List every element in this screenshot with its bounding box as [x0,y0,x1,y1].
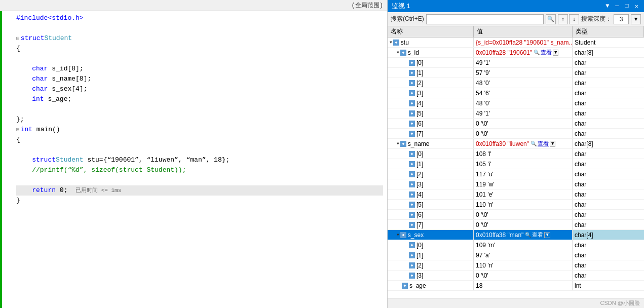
expand-triangle[interactable]: ▼ [397,50,399,55]
watch-val-text: 108 'l' [476,150,491,158]
watch-val-text: 48 '0' [476,100,490,107]
watch-tree-row[interactable]: ◆[7]0 '\0'char [388,129,644,139]
pin-icon[interactable]: ▼ [604,3,611,10]
watch-tree-row[interactable]: ◆[1]105 'i'char [388,159,644,169]
watch-val-cell: 0 '\0' [474,210,573,219]
watch-type-cell: char [573,58,644,67]
tree-node-icon: ◆ [409,161,415,167]
watch-val-text: 105 'i' [476,161,491,168]
watch-tree-row[interactable]: ◆[0]108 'l'char [388,149,644,159]
search-label: 搜索(Ctrl+E) [391,15,424,23]
watch-tree-row[interactable]: ◆[5]49 '1'char [388,108,644,119]
code-line: char s_id[8]; [16,64,383,74]
watch-val-cell: 0 '\0' [474,271,573,280]
watch-tree-row[interactable]: ◆[0]109 'm'char [388,240,644,250]
watch-tree-row[interactable]: ◆[6]0 '\0'char [388,210,644,220]
tree-node-name: [3] [416,272,423,279]
tree-node-icon: ◆ [409,273,415,279]
watch-tree-row[interactable]: ◆[2]110 'n'char [388,260,644,271]
watch-tree-row[interactable]: ◆[1]57 '9'char [388,68,644,78]
watch-val-cell: 110 'n' [474,200,573,209]
watch-tree-row[interactable]: ◆s_age18int [388,281,644,291]
watch-val-text: 0 '\0' [476,120,488,127]
watch-type-text: char [575,150,586,158]
depth-dropdown[interactable]: ▼ [631,14,641,24]
watch-tree-row[interactable]: ◆[5]110 'n'char [388,200,644,210]
magnify-icon: 🔍 [525,232,531,238]
tree-node-name: s_sex [408,232,424,239]
watch-val-text: 57 '9' [476,69,490,76]
watch-tree-row[interactable]: ◆[0]49 '1'char [388,58,644,68]
watch-type-cell: char [573,189,644,199]
watch-tree-row[interactable]: ◆[6]0 '\0'char [388,119,644,129]
tree-node-name: [2] [416,80,423,87]
view-dropdown-icon[interactable]: ▼ [553,50,558,56]
watch-tree-row[interactable]: ◆[2]48 '0'char [388,78,644,88]
magnify-icon: 🔍 [531,141,537,147]
expand-triangle[interactable]: ▼ [390,40,392,45]
tree-node-name: [6] [416,120,423,127]
search-input[interactable] [426,14,544,24]
watch-type-text: char [575,120,586,127]
search-down-button[interactable]: ↓ [569,14,579,24]
code-line: ⊟int main() [16,125,383,135]
code-line: return 0; 已用时间 <= 1ms [16,185,383,196]
watch-tree-row[interactable]: ◆[2]117 'u'char [388,169,644,179]
watch-tree-row[interactable]: ◆[3]0 '\0'char [388,271,644,281]
watch-type-cell: char [573,98,644,108]
search-up-button[interactable]: ↑ [558,14,568,24]
minimize-icon[interactable]: ─ [614,3,620,10]
watch-tree-row[interactable]: ▼◆stu{s_id=0x010ffa28 "190601" s_nam...S… [388,37,644,48]
watch-val-cell: 0 '\0' [474,129,573,138]
watch-val-text: 109 'm' [476,242,495,249]
restore-icon[interactable]: □ [624,3,630,10]
watch-val-cell: 54 '6' [474,88,573,98]
view-link[interactable]: 查看 [541,49,552,56]
watch-tree-row[interactable]: ◆[4]101 'e'char [388,189,644,200]
watch-tree-row[interactable]: ▼◆s_name0x010ffa30 "liuwen"🔍查看▼char[8] [388,139,644,149]
expand-triangle[interactable]: ▼ [397,233,399,237]
tree-node-name: [0] [416,59,423,66]
watch-name-cell: ▼◆s_sex [388,230,474,240]
watch-type-text: char [575,211,586,218]
watch-title-icons: ▼ ─ □ ✕ [604,3,640,10]
watch-type-text: char[8] [575,49,593,56]
view-link[interactable]: 查看 [538,140,549,147]
watch-name-cell: ◆[1] [388,159,474,169]
depth-input[interactable] [614,14,629,24]
watch-tree-row[interactable]: ▼◆s_sex0x010ffa38 "man"🔍查看▼char[4] [388,230,644,240]
watch-type-text: char [575,69,586,76]
code-editor: (全局范围) #include<stdio.h> ⊟struct Student… [0,0,388,308]
view-dropdown-icon[interactable]: ▼ [550,141,555,147]
watch-tree-row[interactable]: ◆[1]97 'a'char [388,250,644,260]
code-line: #include<stdio.h> [16,13,383,23]
search-button[interactable]: 🔍 [546,14,556,24]
watch-val-cell: 0x010ffa28 "190601"🔍查看▼ [474,48,573,57]
magnify-icon: 🔍 [534,50,540,56]
watch-tree-row[interactable]: ◆[3]54 '6'char [388,88,644,98]
view-dropdown-icon[interactable]: ▼ [544,232,550,238]
watch-name-cell: ◆[1] [388,68,474,78]
col-name-header: 名称 [388,26,474,37]
watch-val-cell: 57 '9' [474,68,573,78]
tree-node-name: [3] [416,181,423,188]
watch-tree-row[interactable]: ▼◆s_id0x010ffa28 "190601"🔍查看▼char[8] [388,48,644,58]
tree-node-name: s_name [408,140,430,147]
tree-node-icon: ◆ [409,181,415,187]
watch-type-text: char [575,221,586,228]
col-type-header: 类型 [573,26,644,37]
watch-tree-row[interactable]: ◆[7]0 '\0'char [388,220,644,230]
watch-tree-row[interactable]: ◆[4]48 '0'char [388,98,644,108]
watch-val-cell: 0x010ffa38 "man"🔍查看▼ [474,230,573,240]
code-line [16,104,383,114]
view-link[interactable]: 查看 [532,231,543,239]
close-icon[interactable]: ✕ [633,3,640,10]
watch-name-cell: ◆[3] [388,88,474,98]
watch-val-cell: 110 'n' [474,260,573,270]
expand-triangle[interactable]: ▼ [397,141,399,146]
watch-val-cell: 97 'a' [474,250,573,260]
code-line: } [16,196,383,206]
watch-tree-row[interactable]: ◆[3]119 'w'char [388,179,644,189]
watch-val-text: 0 '\0' [476,130,488,137]
watch-type-text: int [575,282,581,289]
